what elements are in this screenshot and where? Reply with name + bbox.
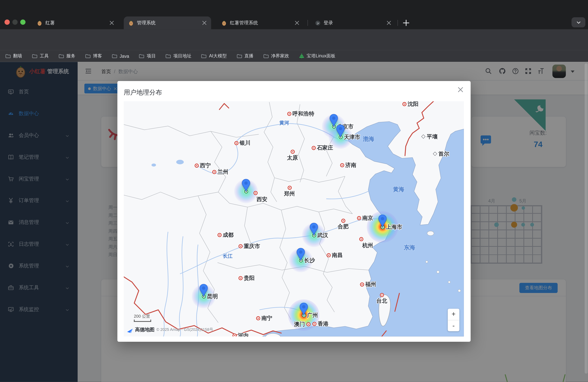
bookmark-item[interactable]: 项目地址 [166,53,191,59]
map-city-marker[interactable] [380,293,384,297]
map-pin[interactable] [378,214,387,228]
new-tab-button[interactable] [402,19,410,27]
map-pin[interactable] [309,223,319,236]
map-label: 南京 [362,214,373,222]
amap-logo-icon [127,327,133,333]
bookmark-item[interactable]: 工具 [32,53,49,59]
amap-name: 高德地图 [135,326,154,333]
page-scrollbar[interactable] [585,64,588,374]
tab-close-icon[interactable] [109,20,115,26]
map-city-marker[interactable] [341,218,345,223]
map-label: 南宁 [261,315,272,322]
map-label: 呼和浩特 [293,110,314,117]
map-scale-label: 200 公里 [134,314,150,319]
tab-divider [398,20,398,26]
tab-close-icon[interactable] [201,20,208,26]
folder-icon [236,53,242,59]
map-geography [124,101,464,337]
bookmark-item[interactable]: 宝塔Linux面板 [299,53,335,59]
browser-tab[interactable]: 管理系统 [124,17,211,29]
modal-title: 用户地理分布 [124,88,162,97]
map-city-marker[interactable] [306,322,310,326]
window-minimize-button[interactable] [12,20,18,25]
zoom-out-button[interactable]: - [448,320,460,331]
map-city-marker[interactable] [287,112,291,116]
bookmark-item[interactable]: Java [112,53,129,59]
browser-tab[interactable]: 红薯 [32,17,119,29]
browser-tab[interactable]: 红薯管理系统 [217,17,304,29]
folder-icon [139,53,145,59]
map-canvas[interactable]: 渤海黄海东海黄河长江沈阳呼和浩特银川石家庄太原济南西宁兰州郑州西安南京合肥成都杭… [124,101,464,337]
map-label: 广州 [307,312,318,319]
bookmark-item[interactable]: AI大模型 [201,53,227,59]
map-label: 石家庄 [317,144,333,151]
map-label: 沈阳 [408,101,419,108]
map-label: 郑州 [284,190,295,197]
map-label: 渤海 [363,136,374,143]
bookmarks-bar: 翻墙工具服务博客Java项目项目地址AI大模型直播净界家政宝塔Linux面板 [0,50,588,62]
map-city-marker[interactable] [359,237,363,241]
map-label: 银川 [240,139,251,147]
map-city-marker[interactable] [291,149,294,154]
map-city-marker[interactable] [238,244,242,248]
map-pin[interactable] [336,124,345,138]
map-city-marker[interactable] [312,322,316,326]
map-label: 天津市 [344,134,360,141]
browser-tab[interactable]: 登录 [311,17,396,29]
folder-icon [85,53,91,59]
map-city-marker[interactable] [312,146,315,150]
map-city-marker[interactable] [340,163,344,167]
tab-title: 管理系统 [137,20,198,26]
map-city-marker[interactable] [357,216,361,220]
map-label: 首尔 [438,150,449,158]
browser-tab-strip: 红薯管理系统红薯管理系统登录 [0,0,588,29]
tab-close-icon[interactable] [386,20,392,26]
tab-search-button[interactable] [571,17,585,27]
bookmark-item[interactable]: 翻墙 [5,53,22,59]
window-zoom-button[interactable] [20,20,25,25]
map-city-marker[interactable] [360,282,364,286]
map-city-marker[interactable] [326,253,331,257]
map-label: 长沙 [304,257,315,264]
bookmark-item[interactable]: 项目 [139,53,156,59]
map-label: 重庆市 [244,243,260,250]
folder-icon [5,53,11,59]
folder-icon [32,53,38,59]
tab-close-icon[interactable] [294,20,300,26]
map-label: 兰州 [218,169,229,176]
bookmark-item[interactable]: 净界家政 [263,53,289,59]
bookmark-item[interactable]: 直播 [236,53,253,59]
map-city-marker[interactable] [253,191,257,195]
map-city-marker[interactable] [256,316,260,320]
tab-title: 红薯 [45,20,105,26]
zoom-in-button[interactable]: + [448,309,460,320]
map-city-marker[interactable] [234,141,238,145]
bookmark-item[interactable]: 博客 [85,53,102,59]
bookmark-label: 项目地址 [173,53,191,59]
map-city-marker[interactable] [402,102,406,106]
map-city-marker[interactable] [238,276,242,280]
bookmark-label: 直播 [244,53,253,59]
modal-close-icon[interactable] [457,86,464,94]
bookmark-label: 宝塔Linux面板 [307,53,336,59]
window-close-button[interactable] [4,20,10,25]
tab-title: 登录 [324,20,383,26]
map-attribution: 高德地图 © 2025 Amap - GS(2024)1158号 [127,326,213,333]
map-pin[interactable] [199,284,209,297]
map-city-marker[interactable] [194,163,199,168]
amap-copyright: © 2025 Amap - GS(2024)1158号 [156,327,213,332]
folder-icon [263,53,269,59]
potato-icon [221,20,227,26]
map-pin[interactable] [299,302,309,316]
map-label: 黄海 [393,186,404,193]
bookmark-label: AI大模型 [209,53,227,59]
map-pin[interactable] [241,179,251,192]
map-pin[interactable] [296,248,306,261]
map-city-marker[interactable] [212,170,216,174]
map-label: 昆明 [207,293,218,300]
map-label: 香港 [317,320,328,328]
map-city-marker[interactable] [287,186,292,190]
bookmark-item[interactable]: 服务 [59,53,75,59]
tab-divider [307,20,308,26]
map-city-marker[interactable] [217,233,221,237]
